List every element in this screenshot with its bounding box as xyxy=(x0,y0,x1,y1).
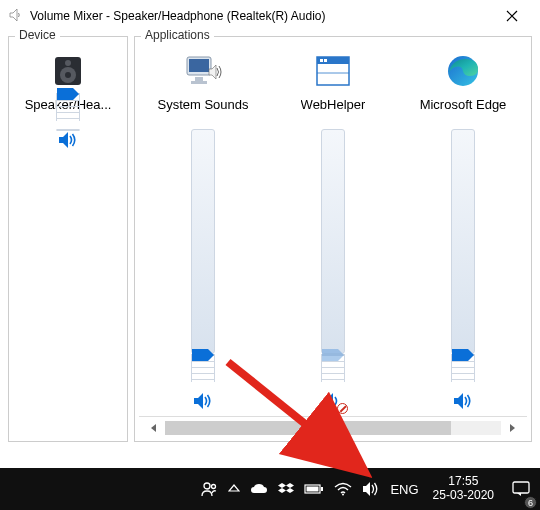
app-label: WebHelper xyxy=(301,97,366,117)
clock[interactable]: 17:55 25-03-2020 xyxy=(429,468,498,510)
notification-count-badge: 6 xyxy=(524,496,537,509)
app-volume-slider[interactable] xyxy=(269,121,397,382)
svg-marker-20 xyxy=(324,393,333,409)
svg-marker-22 xyxy=(452,349,474,361)
svg-marker-6 xyxy=(59,132,68,148)
device-mute-button[interactable] xyxy=(56,129,80,151)
app-label: System Sounds xyxy=(157,97,248,117)
edge-icon[interactable] xyxy=(439,47,487,95)
svg-marker-29 xyxy=(278,483,286,488)
svg-marker-0 xyxy=(10,9,17,21)
device-legend: Device xyxy=(15,28,60,42)
content-area: Device Speaker/Hea... xyxy=(0,32,540,450)
svg-marker-5 xyxy=(57,88,79,100)
app-volume-slider[interactable] xyxy=(139,121,267,382)
titlebar[interactable]: Volume Mixer - Speaker/Headphone (Realte… xyxy=(0,0,540,32)
svg-marker-13 xyxy=(194,393,203,409)
svg-marker-19 xyxy=(322,349,344,361)
svg-rect-8 xyxy=(189,59,209,72)
svg-marker-30 xyxy=(286,483,294,488)
svg-point-3 xyxy=(65,72,71,78)
svg-rect-35 xyxy=(307,487,319,492)
svg-rect-17 xyxy=(324,59,327,62)
clock-time: 17:55 xyxy=(448,475,478,489)
battery-icon[interactable] xyxy=(304,468,324,510)
volume-tray-icon[interactable] xyxy=(362,468,380,510)
slider-thumb[interactable] xyxy=(57,88,79,100)
applications-section: Applications xyxy=(134,36,532,442)
webhelper-icon[interactable] xyxy=(309,47,357,95)
app-volume-slider[interactable] xyxy=(399,121,527,382)
svg-rect-16 xyxy=(320,59,323,62)
clock-date: 25-03-2020 xyxy=(433,489,494,503)
app-label: Microsoft Edge xyxy=(420,97,507,117)
window-title: Volume Mixer - Speaker/Headphone (Realte… xyxy=(30,9,325,23)
scroll-thumb[interactable] xyxy=(165,421,451,435)
device-section: Device Speaker/Hea... xyxy=(8,36,128,442)
svg-point-27 xyxy=(212,485,216,489)
scroll-track[interactable] xyxy=(165,421,501,435)
app-column-webhelper: WebHelper xyxy=(269,43,397,416)
close-button[interactable] xyxy=(492,2,532,30)
slider-thumb[interactable] xyxy=(192,349,214,361)
svg-marker-23 xyxy=(454,393,463,409)
app-mute-button[interactable] xyxy=(321,390,345,412)
app-column-edge: Microsoft Edge xyxy=(399,43,527,416)
taskbar: ENG 17:55 25-03-2020 6 xyxy=(0,468,540,510)
horizontal-scrollbar[interactable] xyxy=(139,419,527,437)
svg-marker-24 xyxy=(151,424,156,432)
svg-rect-38 xyxy=(513,482,529,493)
app-mute-button[interactable] xyxy=(191,390,215,412)
svg-marker-37 xyxy=(363,482,370,496)
svg-marker-31 xyxy=(278,488,286,493)
app-icon xyxy=(8,7,24,26)
slider-thumb[interactable] xyxy=(322,349,344,361)
scroll-left-button[interactable] xyxy=(147,421,161,435)
svg-rect-9 xyxy=(195,77,203,81)
svg-point-4 xyxy=(65,60,71,66)
applications-legend: Applications xyxy=(141,28,214,42)
app-column-system-sounds: System Sounds xyxy=(139,43,267,416)
language-indicator[interactable]: ENG xyxy=(390,468,418,510)
wifi-icon[interactable] xyxy=(334,468,352,510)
app-mute-button[interactable] xyxy=(451,390,475,412)
svg-marker-32 xyxy=(286,488,294,493)
svg-point-36 xyxy=(342,494,344,496)
dropbox-icon[interactable] xyxy=(278,468,294,510)
action-center-icon[interactable]: 6 xyxy=(508,468,534,510)
scroll-right-button[interactable] xyxy=(505,421,519,435)
svg-rect-34 xyxy=(321,487,323,491)
svg-marker-12 xyxy=(192,349,214,361)
show-hidden-icons[interactable] xyxy=(228,468,240,510)
muted-indicator-icon xyxy=(337,403,348,414)
svg-marker-25 xyxy=(510,424,515,432)
onedrive-icon[interactable] xyxy=(250,468,268,510)
svg-point-26 xyxy=(204,483,210,489)
svg-rect-10 xyxy=(191,81,207,84)
people-icon[interactable] xyxy=(200,468,218,510)
svg-marker-28 xyxy=(229,485,239,491)
slider-thumb[interactable] xyxy=(452,349,474,361)
system-sounds-icon[interactable] xyxy=(179,47,227,95)
volume-mixer-window: Volume Mixer - Speaker/Headphone (Realte… xyxy=(0,0,540,450)
